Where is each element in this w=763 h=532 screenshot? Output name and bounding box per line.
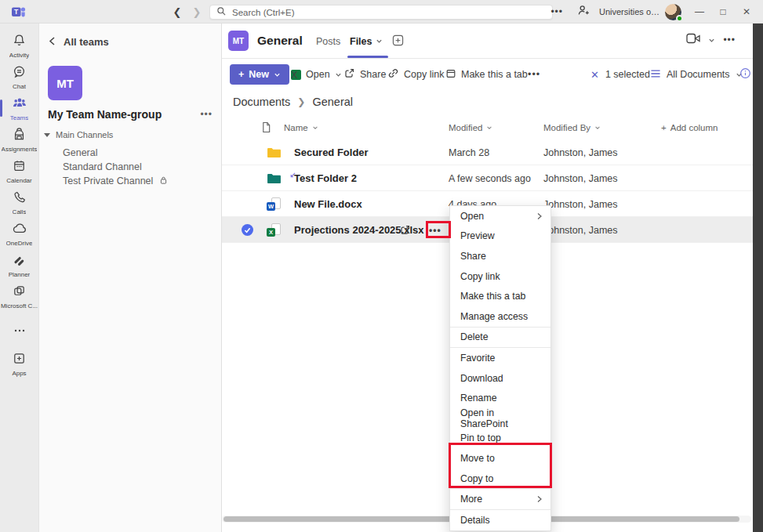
word-file-icon: W	[267, 191, 281, 217]
menu-item-download[interactable]: Download	[450, 368, 550, 389]
excel-icon: X	[291, 70, 301, 80]
menu-item-move-to[interactable]: Move to	[450, 448, 550, 469]
clear-selection-icon[interactable]: ✕	[590, 69, 599, 81]
rail-item-chat[interactable]: Chat	[0, 61, 39, 92]
rail-item-calendar[interactable]: Calendar	[0, 155, 39, 186]
make-tab-button[interactable]: Make this a tab	[445, 66, 528, 83]
all-teams-back-button[interactable]: All teams	[49, 36, 109, 48]
tab-posts[interactable]: Posts	[316, 36, 340, 47]
menu-item-details[interactable]: Details	[450, 510, 550, 530]
menu-item-open-in-sharepoint[interactable]: Open in SharePoint	[450, 408, 550, 429]
rail-item-calls[interactable]: Calls	[0, 186, 39, 218]
link-icon	[387, 67, 399, 81]
window-minimize-button[interactable]: —	[688, 1, 711, 23]
nav-forward-icon[interactable]: ❯	[189, 4, 205, 20]
table-row-secured-folder[interactable]: Secured Folder March 28 Johnston, James	[222, 139, 753, 165]
tab-files[interactable]: Files	[350, 36, 383, 47]
menu-item-copy-to[interactable]: Copy to	[450, 469, 550, 489]
open-button[interactable]: X Open	[291, 66, 342, 83]
chevron-down-icon[interactable]	[708, 33, 715, 47]
channel-section-header[interactable]: Main Channels	[44, 130, 113, 139]
table-row-test-folder-2[interactable]: Test Folder 2 A few seconds ago Johnston…	[222, 165, 753, 191]
share-icon[interactable]	[399, 217, 411, 243]
meet-camera-icon[interactable]	[686, 33, 700, 47]
channel-header: MT General Posts Files •••	[222, 24, 753, 59]
sidebar-channel-general[interactable]: General	[63, 146, 97, 160]
window-maximize-button[interactable]: □	[711, 1, 735, 23]
search-placeholder: Search (Ctrl+E)	[232, 8, 295, 17]
rail-item-planner[interactable]: Planner	[0, 249, 39, 280]
view-selector[interactable]: All Documents	[650, 66, 743, 83]
titlebar-more-icon[interactable]: •••	[543, 6, 571, 17]
menu-item-manage-access[interactable]: Manage access	[450, 306, 550, 327]
ellipsis-icon	[13, 324, 26, 340]
rail-item-onedrive[interactable]: OneDrive	[0, 218, 39, 249]
chevron-down-icon	[376, 36, 383, 47]
tab-icon	[445, 68, 456, 81]
chevron-down-icon	[486, 125, 492, 131]
rail-item-apps[interactable]: Apps	[0, 348, 39, 379]
menu-item-open[interactable]: Open	[450, 206, 550, 226]
rail-item-more-apps[interactable]	[0, 317, 39, 348]
phone-icon	[12, 190, 27, 208]
share-button[interactable]: Share	[343, 66, 386, 83]
column-modified-by[interactable]: Modified By	[543, 123, 601, 132]
sidebar-channel-test-private[interactable]: Test Private Channel	[63, 174, 168, 188]
column-name[interactable]: Name	[284, 123, 318, 132]
team-avatar[interactable]: MT	[48, 66, 82, 100]
channel-section-label: Main Channels	[56, 130, 113, 139]
menu-item-pin-to-top[interactable]: Pin to top	[450, 429, 550, 449]
active-tab-indicator	[347, 56, 388, 58]
files-toolbar: + New X Open Share Copy link Make this a…	[222, 59, 753, 88]
row-selected-checkmark[interactable]	[242, 217, 253, 243]
new-button[interactable]: + New	[230, 64, 289, 85]
menu-item-rename[interactable]: Rename	[450, 388, 550, 408]
menu-item-make-tab[interactable]: Make this a tab	[450, 286, 550, 306]
backpack-icon	[12, 127, 27, 145]
plus-icon: +	[238, 69, 244, 80]
rail-item-microsoft-copilot[interactable]: Microsoft C...	[0, 280, 39, 312]
planner-icon	[12, 252, 27, 270]
sidebar-channel-standard[interactable]: Standard Channel	[63, 160, 142, 174]
toolbar-more-icon[interactable]: •••	[528, 66, 540, 83]
row-more-options-icon[interactable]: •••	[429, 217, 441, 243]
cloud-icon	[12, 220, 27, 239]
add-column-button[interactable]: + Add column	[661, 123, 718, 132]
search-input[interactable]: Search (Ctrl+E)	[209, 5, 553, 20]
user-avatar[interactable]	[665, 4, 681, 20]
menu-item-delete[interactable]: Delete	[450, 328, 550, 348]
add-person-icon[interactable]	[571, 4, 596, 20]
rail-item-teams[interactable]: Teams	[0, 92, 39, 124]
menu-item-share[interactable]: Share	[450, 246, 550, 266]
breadcrumb: Documents ❯ General	[233, 96, 353, 108]
chevron-down-icon	[274, 71, 281, 78]
rail-item-activity[interactable]: Activity	[0, 30, 39, 61]
breadcrumb-documents[interactable]: Documents	[233, 96, 290, 108]
breadcrumb-separator: ❯	[297, 96, 305, 107]
window-close-button[interactable]: ✕	[735, 1, 758, 23]
menu-item-favorite[interactable]: Favorite	[450, 348, 550, 368]
breadcrumb-general[interactable]: General	[312, 96, 353, 108]
lock-icon	[159, 176, 168, 187]
teams-sidebar: All teams MT My Team Name-group ••• Main…	[39, 24, 222, 532]
nav-back-icon[interactable]: ❮	[169, 4, 185, 20]
menu-item-preview[interactable]: Preview	[450, 226, 550, 247]
bell-icon	[12, 33, 27, 51]
selected-count: 1 selected	[605, 69, 650, 80]
add-tab-icon[interactable]	[392, 34, 404, 49]
tenant-name[interactable]: Universities of Wi...	[599, 7, 660, 16]
caret-down-icon	[44, 133, 50, 137]
rail-item-assignments[interactable]: Assignments	[0, 124, 39, 155]
info-icon[interactable]	[739, 67, 751, 82]
file-type-column-icon[interactable]	[261, 121, 271, 133]
copy-link-button[interactable]: Copy link	[387, 66, 444, 83]
apps-icon	[12, 351, 27, 369]
team-options-icon[interactable]: •••	[200, 109, 213, 120]
teams-icon	[12, 95, 27, 114]
column-modified[interactable]: Modified	[449, 123, 492, 132]
menu-item-copy-link[interactable]: Copy link	[450, 266, 550, 287]
menu-item-more[interactable]: More	[450, 489, 550, 509]
team-name[interactable]: My Team Name-group	[48, 108, 162, 121]
channel-more-icon[interactable]: •••	[723, 34, 736, 45]
excel-file-icon: X	[267, 217, 281, 243]
